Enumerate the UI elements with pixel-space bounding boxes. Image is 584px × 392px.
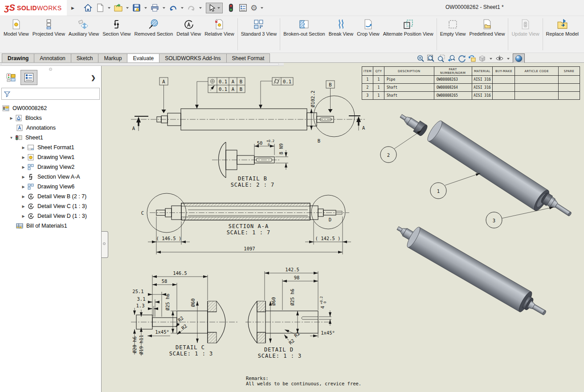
tree-item-detail-view-c[interactable]: ▶ Detail View C (1 : 3): [0, 201, 101, 211]
tree-item-detail-view-b[interactable]: ▶ Detail View B (2 : 7): [0, 192, 101, 201]
broken-out-section-button[interactable]: Broken-out Section: [282, 18, 327, 37]
tree-item-sheet-format1[interactable]: ▶ Sheet Format1: [0, 143, 101, 152]
zoom-whole-button[interactable]: [417, 54, 425, 63]
filter-input[interactable]: [11, 89, 99, 99]
dimension-146-5-ref[interactable]: ( 146.5 ): [148, 216, 190, 254]
expand-arrow-icon[interactable]: ▶: [9, 116, 14, 120]
expand-arrow-icon[interactable]: ▶: [21, 146, 26, 150]
removed-section-button[interactable]: Removed Section: [133, 18, 175, 37]
remarks-note[interactable]: Remarks: All welds to be continuous, cre…: [246, 376, 361, 386]
new-document-caret[interactable]: [108, 7, 110, 9]
datum-a[interactable]: A: [159, 78, 168, 113]
dimension-chamfer[interactable]: 1x45°: [147, 329, 170, 336]
previous-view-button[interactable]: [447, 54, 456, 63]
replace-model-button[interactable]: Replace Model: [544, 18, 580, 37]
expand-arrow-icon[interactable]: ▶: [21, 185, 26, 189]
view-settings-button[interactable]: [513, 53, 525, 64]
section-view-button[interactable]: Section View: [101, 18, 132, 37]
display-style-caret[interactable]: [490, 58, 492, 60]
rotate-view-button[interactable]: [457, 54, 466, 63]
display-manager-tab[interactable]: [20, 70, 37, 85]
dimension-8n9[interactable]: 8 N9: [275, 143, 288, 170]
tree-item-blocks[interactable]: ▶ Blocks: [0, 113, 101, 123]
scrollbar-thumb[interactable]: [1, 63, 279, 65]
3d-drawing-view-button[interactable]: [468, 54, 476, 63]
undo-caret[interactable]: [181, 7, 184, 9]
gdt-frame-double[interactable]: 0.1 A B 0.1 A B: [195, 78, 245, 109]
print-button[interactable]: [149, 2, 160, 13]
options-button[interactable]: ⚙: [249, 3, 258, 13]
open-button[interactable]: [113, 2, 124, 13]
panel-resize-grip[interactable]: [49, 68, 52, 71]
tab-sheet-format[interactable]: Sheet Format: [226, 53, 270, 62]
undo-button[interactable]: [167, 2, 179, 13]
redo-caret[interactable]: [199, 7, 202, 9]
assembled-isometric-view[interactable]: [392, 218, 551, 323]
dimension-146-5[interactable]: 146.5: [152, 270, 208, 317]
tree-item-bill-of-materials[interactable]: Bill of Materials1: [0, 221, 101, 231]
panel-expand-chevron[interactable]: ❯: [91, 74, 98, 81]
detail-circle-d[interactable]: [311, 195, 345, 229]
tab-drawing[interactable]: Drawing: [2, 53, 34, 62]
new-document-button[interactable]: [94, 2, 106, 13]
detail-view-c[interactable]: 146.5 58 25.1: [131, 270, 238, 357]
detail-circle-b-label[interactable]: B: [318, 138, 320, 143]
exploded-item-2[interactable]: [397, 110, 429, 137]
menu-expand-icon[interactable]: ▶: [71, 6, 74, 10]
section-view-aa[interactable]: C D ( 146.5 ): [141, 193, 351, 254]
properties-button[interactable]: [237, 2, 249, 13]
feature-tree-tab[interactable]: [3, 70, 20, 85]
expand-arrow-icon[interactable]: ▶: [21, 165, 26, 169]
empty-view-button[interactable]: Empty View: [438, 18, 468, 37]
balloon-3[interactable]: 3: [486, 207, 554, 228]
tab-solidworks-add-ins[interactable]: SOLIDWORKS Add-Ins: [159, 53, 226, 62]
zoom-to-area-button[interactable]: [437, 54, 445, 63]
dimension-dia-60[interactable]: Ø60: [270, 297, 276, 343]
select-tool-caret[interactable]: [217, 7, 220, 9]
tab-evaluate[interactable]: Evaluate: [127, 53, 159, 62]
predefined-view-button[interactable]: Predefined View: [468, 18, 507, 37]
collapse-arrow-icon[interactable]: ▼: [9, 136, 14, 140]
dimension-r2-lower[interactable]: R2: [177, 323, 188, 335]
datum-b[interactable]: B: [326, 81, 335, 113]
save-button[interactable]: [131, 2, 142, 13]
dimension-1097[interactable]: 1097: [156, 246, 343, 252]
projected-view-button[interactable]: Projected View: [31, 18, 67, 37]
exploded-isometric-view[interactable]: 2 1 3: [380, 110, 574, 228]
dimension-98[interactable]: 98: [282, 275, 318, 310]
expand-arrow-icon[interactable]: ▶: [21, 204, 26, 208]
detail-circle-c[interactable]: [147, 193, 186, 233]
bom-table[interactable]: ITEM QTY DESCRIPTION PART NUMBER/NORM MA…: [362, 66, 580, 100]
hide-show-items-button[interactable]: [495, 54, 504, 63]
open-caret[interactable]: [126, 7, 129, 9]
tab-markup[interactable]: Markup: [98, 53, 127, 62]
zoom-to-fit-button[interactable]: [427, 54, 435, 63]
detail-circle-c-label[interactable]: C: [141, 210, 144, 216]
crop-view-button[interactable]: Crop View: [355, 18, 381, 37]
expand-arrow-icon[interactable]: ▶: [21, 175, 26, 179]
section-arrow-left[interactable]: A: [132, 116, 148, 131]
standard-3-view-button[interactable]: Standard 3 View: [239, 18, 279, 37]
hide-show-caret[interactable]: [507, 58, 510, 60]
detail-view-d[interactable]: 142.5 98 Ø60 Ø25 h6: [245, 267, 335, 359]
expand-arrow-icon[interactable]: ▶: [21, 155, 26, 159]
dimension-142-5-ref[interactable]: ( 142.5 ): [305, 216, 351, 254]
relative-view-button[interactable]: Relative View: [203, 18, 236, 37]
dimension-chamfer[interactable]: 1x45°: [310, 330, 335, 338]
dimension-1-3[interactable]: 1.3: [136, 303, 157, 317]
drawing-view-main[interactable]: B A B: [131, 78, 366, 143]
dimension-dia-25[interactable]: Ø25 h6: [165, 294, 177, 333]
dimension-dia-60[interactable]: Ø60: [190, 298, 197, 343]
tree-item-drawing-view6[interactable]: ▶ Drawing View6: [0, 182, 101, 192]
dimension-r2-lower[interactable]: R2: [284, 335, 295, 346]
save-caret[interactable]: [144, 7, 147, 9]
panel-splitter-handle[interactable]: [102, 231, 108, 258]
tree-item-annotations[interactable]: Annotations: [0, 123, 101, 133]
dimension-r2-upper[interactable]: R2: [285, 330, 301, 339]
exploded-item-3[interactable]: [540, 192, 574, 220]
dimension-4-keyway[interactable]: 4 +0.2 0: [319, 296, 331, 326]
tree-item-drawing-view2[interactable]: ▶ Drawing View2: [0, 162, 101, 172]
gdt-frame-single[interactable]: 0.1: [259, 78, 293, 109]
section-arrow-right[interactable]: A: [349, 116, 365, 131]
tab-sketch[interactable]: Sketch: [71, 53, 99, 62]
